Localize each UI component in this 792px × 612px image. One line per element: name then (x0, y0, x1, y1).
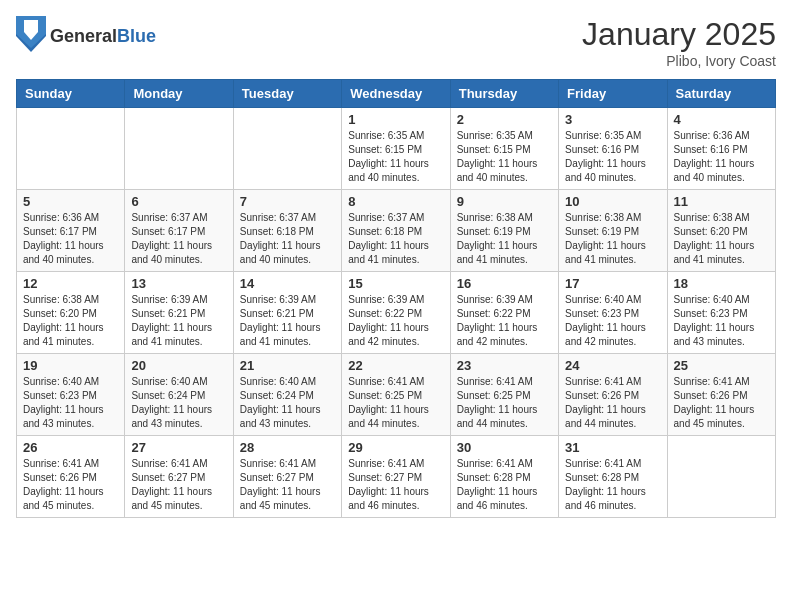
day-number: 25 (674, 358, 769, 373)
calendar-cell: 24 Sunrise: 6:41 AMSunset: 6:26 PMDaylig… (559, 354, 667, 436)
day-info: Sunrise: 6:38 AMSunset: 6:20 PMDaylight:… (674, 211, 769, 267)
calendar-cell (667, 436, 775, 518)
calendar-cell: 20 Sunrise: 6:40 AMSunset: 6:24 PMDaylig… (125, 354, 233, 436)
weekday-header: Wednesday (342, 80, 450, 108)
calendar-cell (125, 108, 233, 190)
day-info: Sunrise: 6:40 AMSunset: 6:23 PMDaylight:… (565, 293, 660, 349)
calendar-cell: 11 Sunrise: 6:38 AMSunset: 6:20 PMDaylig… (667, 190, 775, 272)
day-number: 8 (348, 194, 443, 209)
calendar-week-row: 19 Sunrise: 6:40 AMSunset: 6:23 PMDaylig… (17, 354, 776, 436)
calendar-cell: 4 Sunrise: 6:36 AMSunset: 6:16 PMDayligh… (667, 108, 775, 190)
day-number: 4 (674, 112, 769, 127)
title-area: January 2025 Plibo, Ivory Coast (582, 16, 776, 69)
weekday-header: Sunday (17, 80, 125, 108)
calendar-cell: 22 Sunrise: 6:41 AMSunset: 6:25 PMDaylig… (342, 354, 450, 436)
day-info: Sunrise: 6:40 AMSunset: 6:23 PMDaylight:… (23, 375, 118, 431)
day-number: 13 (131, 276, 226, 291)
day-info: Sunrise: 6:41 AMSunset: 6:28 PMDaylight:… (457, 457, 552, 513)
calendar-cell: 25 Sunrise: 6:41 AMSunset: 6:26 PMDaylig… (667, 354, 775, 436)
day-info: Sunrise: 6:41 AMSunset: 6:28 PMDaylight:… (565, 457, 660, 513)
calendar-week-row: 12 Sunrise: 6:38 AMSunset: 6:20 PMDaylig… (17, 272, 776, 354)
calendar-cell: 28 Sunrise: 6:41 AMSunset: 6:27 PMDaylig… (233, 436, 341, 518)
day-number: 10 (565, 194, 660, 209)
day-number: 3 (565, 112, 660, 127)
calendar-cell: 19 Sunrise: 6:40 AMSunset: 6:23 PMDaylig… (17, 354, 125, 436)
weekday-header: Thursday (450, 80, 558, 108)
calendar-cell: 17 Sunrise: 6:40 AMSunset: 6:23 PMDaylig… (559, 272, 667, 354)
calendar-cell: 27 Sunrise: 6:41 AMSunset: 6:27 PMDaylig… (125, 436, 233, 518)
weekday-header: Friday (559, 80, 667, 108)
location: Plibo, Ivory Coast (582, 53, 776, 69)
calendar-week-row: 5 Sunrise: 6:36 AMSunset: 6:17 PMDayligh… (17, 190, 776, 272)
day-info: Sunrise: 6:35 AMSunset: 6:15 PMDaylight:… (457, 129, 552, 185)
day-info: Sunrise: 6:40 AMSunset: 6:23 PMDaylight:… (674, 293, 769, 349)
day-info: Sunrise: 6:41 AMSunset: 6:26 PMDaylight:… (674, 375, 769, 431)
calendar-cell: 9 Sunrise: 6:38 AMSunset: 6:19 PMDayligh… (450, 190, 558, 272)
day-number: 21 (240, 358, 335, 373)
calendar-table: SundayMondayTuesdayWednesdayThursdayFrid… (16, 79, 776, 518)
calendar-cell: 5 Sunrise: 6:36 AMSunset: 6:17 PMDayligh… (17, 190, 125, 272)
day-info: Sunrise: 6:41 AMSunset: 6:25 PMDaylight:… (348, 375, 443, 431)
calendar-cell: 10 Sunrise: 6:38 AMSunset: 6:19 PMDaylig… (559, 190, 667, 272)
day-number: 24 (565, 358, 660, 373)
day-number: 11 (674, 194, 769, 209)
day-number: 28 (240, 440, 335, 455)
day-info: Sunrise: 6:36 AMSunset: 6:17 PMDaylight:… (23, 211, 118, 267)
logo-icon (16, 16, 46, 56)
day-number: 12 (23, 276, 118, 291)
logo-general: General (50, 27, 117, 45)
calendar-cell: 15 Sunrise: 6:39 AMSunset: 6:22 PMDaylig… (342, 272, 450, 354)
day-number: 27 (131, 440, 226, 455)
day-info: Sunrise: 6:40 AMSunset: 6:24 PMDaylight:… (131, 375, 226, 431)
logo: General Blue (16, 16, 156, 56)
calendar-cell: 2 Sunrise: 6:35 AMSunset: 6:15 PMDayligh… (450, 108, 558, 190)
day-info: Sunrise: 6:38 AMSunset: 6:19 PMDaylight:… (565, 211, 660, 267)
day-number: 14 (240, 276, 335, 291)
day-number: 15 (348, 276, 443, 291)
day-number: 18 (674, 276, 769, 291)
day-number: 5 (23, 194, 118, 209)
day-info: Sunrise: 6:41 AMSunset: 6:26 PMDaylight:… (565, 375, 660, 431)
calendar-cell: 29 Sunrise: 6:41 AMSunset: 6:27 PMDaylig… (342, 436, 450, 518)
weekday-header: Tuesday (233, 80, 341, 108)
day-info: Sunrise: 6:36 AMSunset: 6:16 PMDaylight:… (674, 129, 769, 185)
day-number: 22 (348, 358, 443, 373)
calendar-week-row: 1 Sunrise: 6:35 AMSunset: 6:15 PMDayligh… (17, 108, 776, 190)
page-header: General Blue January 2025 Plibo, Ivory C… (16, 16, 776, 69)
calendar-cell: 23 Sunrise: 6:41 AMSunset: 6:25 PMDaylig… (450, 354, 558, 436)
calendar-cell: 3 Sunrise: 6:35 AMSunset: 6:16 PMDayligh… (559, 108, 667, 190)
day-number: 9 (457, 194, 552, 209)
day-info: Sunrise: 6:37 AMSunset: 6:18 PMDaylight:… (240, 211, 335, 267)
calendar-cell (17, 108, 125, 190)
day-info: Sunrise: 6:38 AMSunset: 6:19 PMDaylight:… (457, 211, 552, 267)
day-info: Sunrise: 6:39 AMSunset: 6:22 PMDaylight:… (457, 293, 552, 349)
calendar-header-row: SundayMondayTuesdayWednesdayThursdayFrid… (17, 80, 776, 108)
day-number: 23 (457, 358, 552, 373)
day-info: Sunrise: 6:35 AMSunset: 6:16 PMDaylight:… (565, 129, 660, 185)
day-info: Sunrise: 6:38 AMSunset: 6:20 PMDaylight:… (23, 293, 118, 349)
day-info: Sunrise: 6:39 AMSunset: 6:22 PMDaylight:… (348, 293, 443, 349)
day-number: 19 (23, 358, 118, 373)
calendar-cell: 13 Sunrise: 6:39 AMSunset: 6:21 PMDaylig… (125, 272, 233, 354)
day-number: 20 (131, 358, 226, 373)
calendar-cell: 30 Sunrise: 6:41 AMSunset: 6:28 PMDaylig… (450, 436, 558, 518)
calendar-cell: 18 Sunrise: 6:40 AMSunset: 6:23 PMDaylig… (667, 272, 775, 354)
day-info: Sunrise: 6:39 AMSunset: 6:21 PMDaylight:… (131, 293, 226, 349)
day-info: Sunrise: 6:37 AMSunset: 6:18 PMDaylight:… (348, 211, 443, 267)
day-number: 16 (457, 276, 552, 291)
day-info: Sunrise: 6:41 AMSunset: 6:25 PMDaylight:… (457, 375, 552, 431)
weekday-header: Saturday (667, 80, 775, 108)
day-number: 29 (348, 440, 443, 455)
day-number: 2 (457, 112, 552, 127)
calendar-cell: 21 Sunrise: 6:40 AMSunset: 6:24 PMDaylig… (233, 354, 341, 436)
day-info: Sunrise: 6:41 AMSunset: 6:27 PMDaylight:… (240, 457, 335, 513)
day-info: Sunrise: 6:39 AMSunset: 6:21 PMDaylight:… (240, 293, 335, 349)
calendar-cell: 6 Sunrise: 6:37 AMSunset: 6:17 PMDayligh… (125, 190, 233, 272)
day-number: 7 (240, 194, 335, 209)
day-number: 26 (23, 440, 118, 455)
day-info: Sunrise: 6:40 AMSunset: 6:24 PMDaylight:… (240, 375, 335, 431)
day-info: Sunrise: 6:41 AMSunset: 6:26 PMDaylight:… (23, 457, 118, 513)
calendar-cell: 31 Sunrise: 6:41 AMSunset: 6:28 PMDaylig… (559, 436, 667, 518)
day-number: 31 (565, 440, 660, 455)
month-title: January 2025 (582, 16, 776, 53)
